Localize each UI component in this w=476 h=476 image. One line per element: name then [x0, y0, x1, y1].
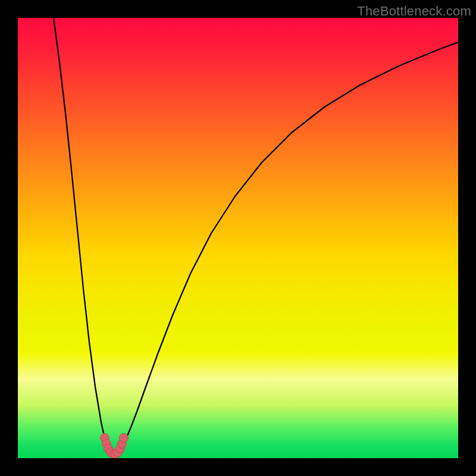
bottleneck-curve [54, 18, 458, 455]
curve-layer [18, 18, 458, 458]
plot-area [18, 18, 458, 458]
chart-frame: TheBottleneck.com [0, 0, 476, 476]
minimum-marker [120, 434, 129, 443]
credit-label: TheBottleneck.com [357, 4, 471, 19]
minimum-markers [101, 434, 129, 459]
